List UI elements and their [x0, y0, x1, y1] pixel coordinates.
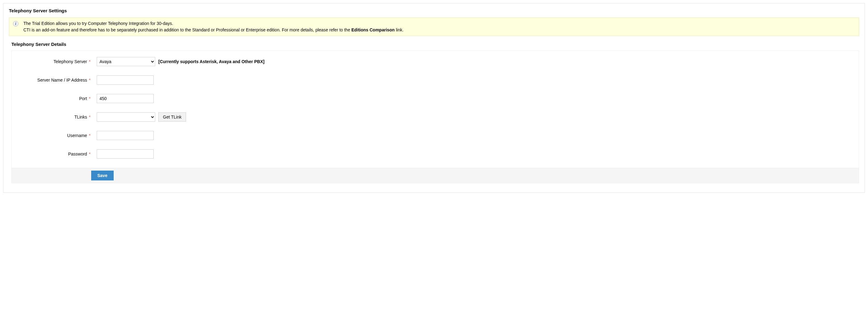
telephony-server-help: [Currently supports Asterisk, Avaya and … [158, 59, 265, 64]
required-marker: * [89, 152, 91, 156]
label-server-name: Server Name / IP Address * [12, 77, 92, 83]
details-title: Telephony Server Details [11, 41, 859, 47]
row-tlinks: TLinks * Get TLink [12, 113, 859, 122]
info-line2-pre: CTI is an add-on feature and therefore h… [23, 27, 351, 32]
row-password: Password * [12, 149, 859, 159]
info-line1: The Trial Edition allows you to try Comp… [23, 21, 173, 26]
tlinks-select[interactable] [97, 113, 155, 122]
get-tlink-button[interactable]: Get TLink [158, 113, 186, 122]
label-password: Password * [12, 152, 92, 156]
row-username: Username * [12, 131, 859, 140]
save-button[interactable]: Save [91, 170, 114, 181]
label-username: Username * [12, 133, 92, 138]
required-marker: * [89, 115, 91, 120]
required-marker: * [89, 59, 91, 64]
username-input[interactable] [97, 131, 154, 140]
required-marker: * [89, 133, 91, 138]
server-name-input[interactable] [97, 75, 154, 85]
required-marker: * [89, 77, 91, 83]
page-title: Telephony Server Settings [9, 8, 859, 13]
settings-panel: Telephony Server Settings i The Trial Ed… [3, 3, 865, 193]
info-text: The Trial Edition allows you to try Comp… [23, 20, 404, 33]
label-tlinks: TLinks * [12, 115, 92, 120]
editions-comparison-link[interactable]: Editions Comparison [351, 27, 395, 32]
telephony-server-select[interactable]: Avaya [97, 57, 155, 66]
label-port: Port * [12, 96, 92, 101]
password-input[interactable] [97, 149, 154, 159]
info-line2-post: link. [395, 27, 404, 32]
info-icon: i [13, 21, 19, 27]
required-marker: * [89, 96, 91, 101]
form-container: Telephony Server * Avaya [Currently supp… [11, 51, 859, 183]
port-input[interactable] [97, 94, 154, 103]
row-server-name: Server Name / IP Address * [12, 75, 859, 85]
info-box: i The Trial Edition allows you to try Co… [9, 18, 859, 36]
row-telephony-server: Telephony Server * Avaya [Currently supp… [12, 57, 859, 66]
label-telephony-server: Telephony Server * [12, 59, 92, 64]
save-bar: Save [12, 168, 859, 183]
row-port: Port * [12, 94, 859, 103]
